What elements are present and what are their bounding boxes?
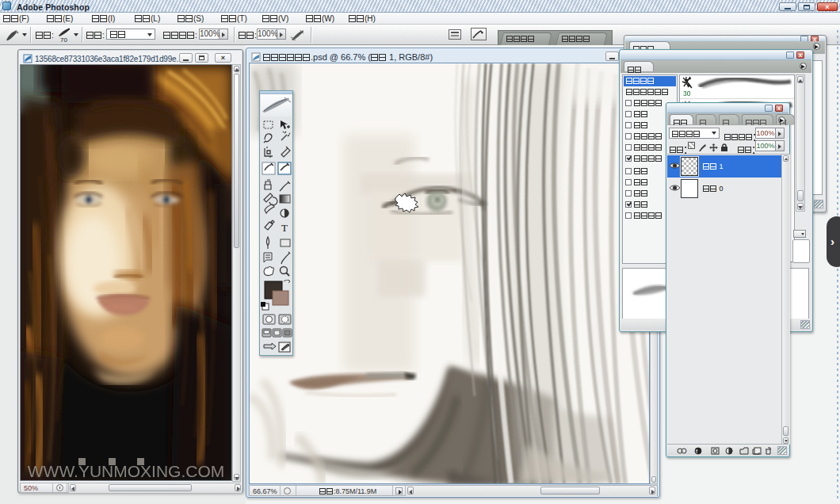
svg-text:30: 30 (683, 90, 691, 97)
svg-text:WWW.YUNMOXING.COM: WWW.YUNMOXING.COM (28, 462, 224, 480)
svg-text:T: T (281, 222, 288, 234)
